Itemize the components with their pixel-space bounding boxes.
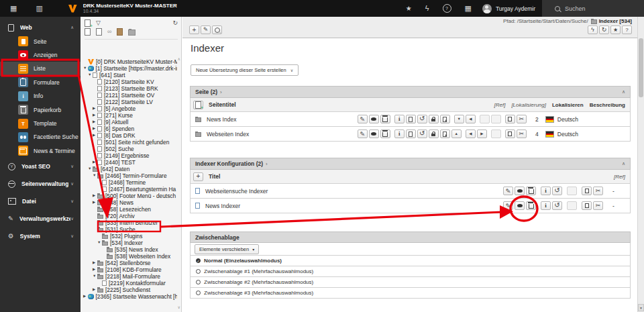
copy-button[interactable] [582, 187, 592, 195]
tree-node[interactable]: [2121] Startseite OV [80, 92, 177, 99]
scrollbar-down-icon[interactable]: ▼ [638, 304, 644, 311]
tree-node[interactable]: ▼[642] Daten [80, 166, 177, 172]
edit-button[interactable]: ✎ [358, 129, 368, 138]
collapse-toggle-icon[interactable]: ▼ [88, 167, 93, 171]
expand-toggle-icon[interactable]: ▶ [83, 295, 88, 299]
tree-node[interactable]: ▶[2440] TEST [80, 159, 177, 166]
filter-icon[interactable]: ▽ [96, 20, 101, 26]
tree-node[interactable]: [532] Plugins [80, 233, 177, 240]
cut-button[interactable]: ✂ [593, 201, 603, 210]
hide-button[interactable] [515, 187, 525, 195]
sidebar-item-formulare[interactable]: Formulare [0, 76, 80, 89]
tree-node[interactable]: [501] Seite nicht gefunden [80, 139, 177, 146]
module-group-datei[interactable]: Datei∨ [0, 193, 80, 210]
edit-button[interactable]: ✎ [358, 115, 368, 123]
clipboard-option[interactable]: Zwischenablage #1 (Mehrfachauswahlmodus) [190, 266, 631, 277]
tree-node[interactable]: ▶[2365] Startseite Wasserwacht [https [80, 293, 177, 300]
radio-icon[interactable] [196, 291, 201, 295]
tree-node[interactable]: [535] News Index [80, 246, 177, 253]
help-icon[interactable]: ? [443, 4, 451, 13]
collapse-icon[interactable]: ∧ [622, 89, 625, 95]
tree-node[interactable]: ▼[2218] Mail-Formulare [80, 273, 177, 280]
hide-button[interactable] [515, 201, 525, 210]
tree-node[interactable]: ▼[534] Indexer [80, 240, 177, 246]
new-button[interactable] [406, 115, 416, 123]
tree-node[interactable]: [2219] Kontaktformular [80, 280, 177, 287]
hide-button[interactable] [369, 129, 379, 138]
cut-button[interactable]: ✂ [593, 187, 603, 195]
vertical-scrollbar[interactable]: ▼ [637, 17, 644, 312]
module-group-yoast-seo[interactable]: YYoast SEO∨ [0, 158, 80, 175]
modules-grid-icon[interactable]: ▦ [10, 5, 17, 12]
tree-node[interactable]: [2149] Ergebnisse [80, 152, 177, 159]
cache-button[interactable]: ϟ [588, 25, 598, 34]
tree-node[interactable]: [2120] Startseite KV [80, 79, 177, 85]
module-group-verwaltungswerkze-[interactable]: ✎Verwaltungswerkze...∨ [0, 210, 80, 227]
tree-node[interactable]: ▶[2108] KDB-Formulare [80, 266, 177, 273]
new-page-button[interactable] [193, 101, 203, 109]
global-search[interactable]: Suchen [542, 0, 644, 17]
tree-node[interactable]: ▶[542] Stellenbörse [80, 260, 177, 266]
copy-button[interactable] [505, 115, 515, 123]
left-button[interactable]: ◀ [466, 115, 476, 123]
expand-toggle-icon[interactable]: ▶ [93, 194, 97, 198]
sidebar-item-template[interactable]: TTemplate [0, 117, 80, 130]
info-button[interactable]: i [394, 129, 405, 138]
section-konfig-header[interactable]: Indexer Konfiguration (2)› ∧ [190, 158, 631, 170]
expand-toggle-icon[interactable]: ▶ [93, 288, 97, 292]
expand-toggle-icon[interactable]: ▶ [93, 160, 97, 164]
collapse-toggle-icon[interactable]: ▼ [88, 73, 93, 77]
info-button[interactable]: i [541, 201, 551, 210]
collapse-toggle-icon[interactable]: ▼ [97, 241, 102, 245]
tree-node[interactable]: ▼[2466] Termin-Formulare [80, 172, 177, 179]
tree-scroll-down-icon[interactable]: ∨ [178, 305, 180, 309]
tree-node[interactable]: [531] Suche [80, 226, 177, 233]
scrollbar-thumb[interactable] [639, 38, 643, 97]
tree-node[interactable]: ▶[8] Das DRK [80, 132, 177, 139]
section-seite-header[interactable]: Seite (2)› ∧ [190, 86, 631, 98]
sidebar-item-seite[interactable]: Seite [0, 35, 80, 48]
tree-node[interactable]: [658] Lesezeichen [80, 206, 177, 213]
sidebar-item-facettierte-suche[interactable]: Facettierte Suche [0, 130, 80, 144]
collapse-toggle-icon[interactable]: ▼ [93, 174, 97, 178]
tree-node[interactable]: ▶[9] Aktuell [80, 119, 177, 125]
radio-icon[interactable] [196, 280, 201, 284]
expand-toggle-icon[interactable]: ▶ [93, 134, 97, 138]
edit-button[interactable]: ✎ [503, 187, 513, 195]
tree-node[interactable]: [2468] Termine [80, 179, 177, 186]
collapse-icon[interactable]: ∧ [622, 161, 625, 166]
expand-toggle-icon[interactable]: ▶ [93, 107, 97, 111]
pagetype-standard-icon[interactable] [85, 28, 91, 36]
tree-node[interactable]: ▶[2225] Suchdienst [80, 287, 177, 293]
tree-node[interactable]: [533] Intern Benutzer [80, 219, 177, 226]
cut-button[interactable]: ✂ [517, 129, 527, 138]
expand-toggle-icon[interactable]: ▶ [93, 127, 97, 131]
delete-button[interactable] [380, 115, 390, 123]
hide-button[interactable] [369, 115, 379, 123]
lock-button[interactable] [429, 129, 439, 138]
module-group-seitenverwaltung[interactable]: Seitenverwaltung∨ [0, 175, 80, 193]
lock-button[interactable] [429, 115, 439, 123]
expand-toggle-icon[interactable]: ▶ [93, 268, 97, 272]
sidebar-item-anzeigen[interactable]: Anzeigen [0, 48, 80, 62]
module-group-web[interactable]: Web∧ [0, 21, 80, 35]
pagetype-folder-icon[interactable] [128, 28, 136, 36]
expand-toggle-icon[interactable]: ▶ [93, 261, 97, 265]
sidebar-item-liste[interactable]: Liste [0, 62, 80, 75]
pagetype-mount-icon[interactable] [117, 28, 123, 36]
clear-cache-bolt-icon[interactable]: ϟ [425, 5, 429, 12]
copy-button[interactable] [582, 201, 592, 210]
expand-toggle-icon[interactable]: ▶ [93, 113, 97, 117]
sidebar-item-papierkorb[interactable]: Papierkorb [0, 103, 80, 116]
left-button[interactable]: ◀ [466, 129, 476, 138]
tree-node[interactable]: ▶[6] Spenden [80, 125, 177, 132]
up-button[interactable]: ▲ [451, 129, 462, 138]
cut-button[interactable]: ✂ [517, 115, 527, 123]
pagetype-link-icon[interactable]: ∞ [107, 29, 111, 35]
expand-toggle-icon[interactable]: ▶ [93, 201, 97, 205]
delete-button[interactable] [526, 187, 536, 195]
tree-node[interactable]: ▶[271] Kurse [80, 112, 177, 119]
delete-button[interactable] [380, 129, 390, 138]
bookmark-button[interactable]: ★ [610, 25, 621, 34]
tree-node[interactable]: [0] DRK MusterseiteKV Muster-MASTER [80, 58, 177, 65]
